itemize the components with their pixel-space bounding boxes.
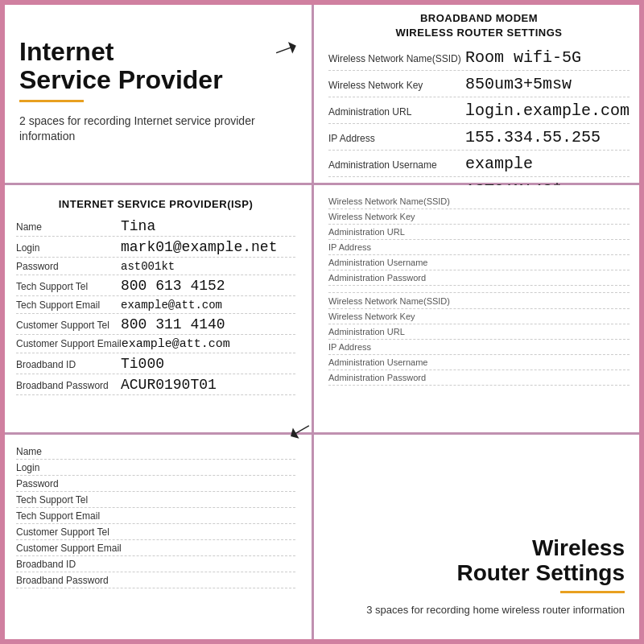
form-value-tech-tel: 800 613 4152	[121, 278, 225, 294]
form-label-broadband-pw: Broadband Password	[16, 380, 121, 391]
isp-intro-title: Internet Service Provider	[19, 38, 292, 94]
entry-label-username-2: Administration Username	[328, 357, 457, 367]
form2-row-password: Password	[16, 478, 295, 492]
modem-label-ssid: Wireless Network Name(SSID)	[328, 53, 465, 64]
form-value-name: Tina	[121, 218, 155, 234]
modem-row-username: Administration Username example	[328, 155, 630, 177]
form2-label-name: Name	[16, 446, 121, 457]
form-row-tech-tel: Tech Support Tel 800 613 4152	[16, 278, 295, 296]
entry-row-password-1: Administration Password	[328, 273, 630, 286]
entry-row-url-2: Administration URL	[328, 327, 630, 340]
entry-label-url-2: Administration URL	[328, 327, 457, 336]
modem-label-username: Administration Username	[328, 159, 465, 171]
entry-label-password-2: Administration Password	[328, 373, 457, 382]
entry-label-url-1: Administration URL	[328, 227, 457, 237]
form2-row-name: Name	[16, 446, 295, 460]
modem-value-ssid: Room wifi-5G	[465, 48, 581, 67]
wireless-underline	[560, 591, 625, 593]
entry-label-ssid-1: Wireless Network Name(SSID)	[328, 196, 457, 206]
form-row-cust-tel: Customer Support Tel 800 311 4140	[16, 316, 295, 335]
entry-label-ip-2: IP Address	[328, 342, 457, 352]
entry-label-username-1: Administration Username	[328, 258, 457, 267]
form-value-broadband-pw: ACUR0190T01	[121, 377, 217, 393]
entry-label-key-1: Wireless Network Key	[328, 212, 457, 221]
entry-row-username-2: Administration Username	[328, 357, 630, 370]
form2-row-tech-tel: Tech Support Tel	[16, 494, 295, 508]
form-label-login: Login	[16, 242, 121, 254]
entry-row-key-1: Wireless Network Key	[328, 212, 630, 225]
page-container: Internet Service Provider 2 spaces for r…	[0, 0, 644, 644]
form-row-login: Login mark01@example.net	[16, 239, 295, 258]
form2-label-tech-tel: Tech Support Tel	[16, 494, 121, 506]
modem-row-url: Administration URL login.example.com	[328, 101, 630, 124]
wireless-intro-panel: Wireless Router Settings 3 spaces for re…	[314, 435, 644, 642]
isp-intro-description: 2 spaces for recording Internet service …	[19, 114, 292, 145]
modem-label-url: Administration URL	[328, 106, 465, 118]
entry-label-key-2: Wireless Network Key	[328, 312, 457, 321]
entry-row-url-1: Administration URL	[328, 227, 630, 240]
form2-label-broadband-pw: Broadband Password	[16, 575, 121, 586]
form2-row-broadband-id: Broadband ID	[16, 559, 295, 572]
modem-label-key: Wireless Network Key	[328, 80, 465, 91]
form-label-tech-email: Tech Support Email	[16, 299, 121, 311]
form-value-broadband-id: Ti000	[121, 356, 164, 372]
form-value-login: mark01@example.net	[121, 239, 277, 255]
title-underline	[19, 100, 84, 102]
isp-form-filled: INTERNET SERVICE PROVIDER(ISP) Name Tina…	[0, 185, 314, 432]
modem-value-username: example	[465, 155, 533, 173]
middle-section: INTERNET SERVICE PROVIDER(ISP) Name Tina…	[0, 185, 644, 435]
isp-intro-panel: Internet Service Provider 2 spaces for r…	[0, 0, 314, 183]
form-value-password: ast001kt	[121, 260, 175, 273]
router-entries-panel: Wireless Network Name(SSID) Wireless Net…	[314, 185, 644, 432]
wireless-intro-title: Wireless Router Settings	[457, 536, 625, 586]
form2-label-password: Password	[16, 478, 121, 489]
entry-label-ip-1: IP Address	[328, 242, 457, 252]
form-row-password: Password ast001kt	[16, 260, 295, 275]
form-label-tech-tel: Tech Support Tel	[16, 281, 121, 292]
form-row-cust-email: Customer Support Email example@att.com	[16, 337, 295, 353]
modem-header: BROADBAND MODEM WIRELESS ROUTER SETTINGS	[328, 11, 630, 40]
form-value-cust-email: example@att.com	[122, 337, 230, 351]
form-label-cust-tel: Customer Support Tel	[16, 320, 121, 331]
isp-form-blank: Name Login Password Tech Support Tel Tec…	[0, 435, 314, 642]
form2-row-broadband-pw: Broadband Password	[16, 575, 295, 588]
modem-row-ssid: Wireless Network Name(SSID) Room wifi-5G	[328, 48, 630, 71]
top-section: Internet Service Provider 2 spaces for r…	[0, 0, 644, 185]
form2-label-tech-email: Tech Support Email	[16, 510, 121, 522]
wireless-intro-description: 3 spaces for recording home wireless rou…	[366, 603, 625, 617]
form-label-broadband-id: Broadband ID	[16, 359, 121, 370]
modem-row-key: Wireless Network Key 850um3+5msw	[328, 75, 630, 97]
form2-row-cust-email: Customer Support Email	[16, 543, 295, 556]
form-label-cust-email: Customer Support Email	[16, 338, 122, 349]
form-row-tech-email: Tech Support Email example@att.com	[16, 299, 295, 314]
modem-value-url: login.example.com	[465, 101, 630, 120]
entry-row-password-2: Administration Password	[328, 373, 630, 386]
broadband-modem-panel: BROADBAND MODEM WIRELESS ROUTER SETTINGS…	[314, 0, 644, 183]
form-value-cust-tel: 800 311 4140	[121, 316, 225, 332]
form-value-tech-email: example@att.com	[121, 299, 222, 312]
form2-row-login: Login	[16, 462, 295, 476]
form-row-broadband-id: Broadband ID Ti000	[16, 356, 295, 374]
form-row-name: Name Tina	[16, 218, 295, 237]
isp-form-header: INTERNET SERVICE PROVIDER(ISP)	[16, 198, 295, 210]
entry-row-ip-1: IP Address	[328, 242, 630, 255]
form2-label-cust-email: Customer Support Email	[16, 543, 122, 554]
entry-label-password-1: Administration Password	[328, 273, 457, 283]
entry-row-ip-2: IP Address	[328, 342, 630, 355]
form-label-password: Password	[16, 261, 121, 272]
modem-value-key: 850um3+5msw	[465, 75, 572, 93]
entry-row-ssid-1: Wireless Network Name(SSID)	[328, 196, 630, 209]
form-label-name: Name	[16, 221, 121, 233]
modem-label-ip: IP Address	[328, 133, 465, 144]
router-block-1: Wireless Network Name(SSID) Wireless Net…	[328, 196, 630, 286]
form2-row-tech-email: Tech Support Email	[16, 510, 295, 524]
form-row-broadband-pw: Broadband Password ACUR0190T01	[16, 377, 295, 395]
form2-label-login: Login	[16, 462, 121, 473]
entry-row-username-1: Administration Username	[328, 258, 630, 270]
bottom-section: Name Login Password Tech Support Tel Tec…	[0, 435, 644, 642]
form2-row-cust-tel: Customer Support Tel	[16, 526, 295, 540]
modem-row-ip: IP Address 155.334.55.255	[328, 128, 630, 151]
modem-value-ip: 155.334.55.255	[465, 128, 601, 147]
form2-label-broadband-id: Broadband ID	[16, 559, 121, 570]
entry-row-key-2: Wireless Network Key	[328, 312, 630, 324]
